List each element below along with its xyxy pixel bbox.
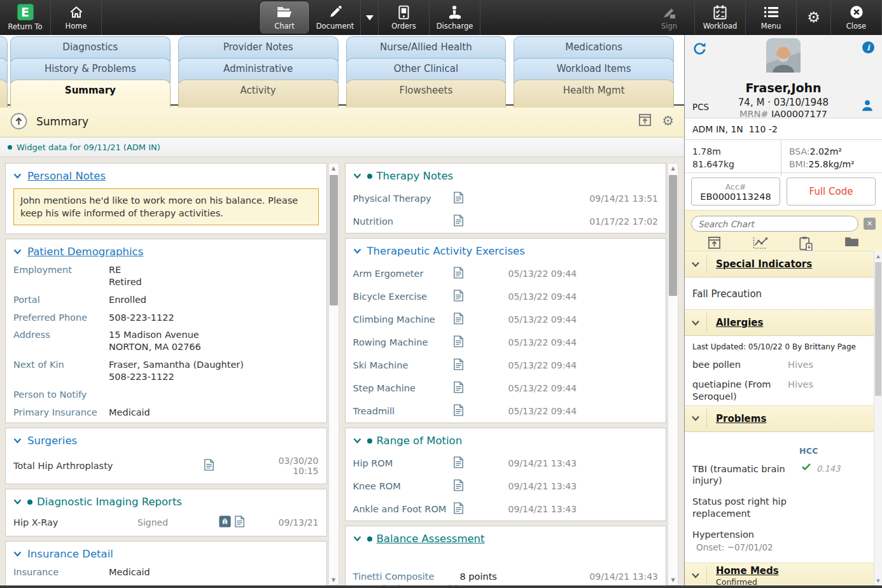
report-icon[interactable] <box>454 290 508 304</box>
bsa-label: BSA: <box>789 146 810 157</box>
care-team-person-icon[interactable] <box>860 99 874 115</box>
scrollbar-thumb[interactable] <box>669 175 677 296</box>
scroll-up-arrow-icon[interactable]: ▲ <box>874 252 882 261</box>
report-icon[interactable] <box>235 515 244 529</box>
exercise-row[interactable]: Step Machine 05/13/22 09:44 <box>346 377 666 400</box>
report-icon[interactable] <box>454 479 508 493</box>
search-chart-input[interactable] <box>691 216 858 232</box>
clear-search-icon[interactable]: ✕ <box>864 218 876 230</box>
patient-photo[interactable] <box>766 38 801 75</box>
report-icon[interactable] <box>454 214 508 228</box>
report-icon[interactable] <box>454 381 508 395</box>
diagnostic-imaging-header[interactable]: Diagnostic Imaging Reports <box>6 489 326 513</box>
report-icon[interactable] <box>454 404 508 418</box>
admission-status[interactable]: ADM IN, 1N 110 -2 <box>685 118 882 140</box>
tab-flowsheets[interactable]: Flowsheets <box>346 80 507 108</box>
allergy-row[interactable]: bee pollen Hives <box>685 354 874 374</box>
personal-note-text: John mentions he'd like to work more on … <box>13 188 319 225</box>
home-button[interactable]: Home <box>51 0 102 35</box>
exercise-row[interactable]: Ski Machine 05/13/22 09:44 <box>346 354 666 377</box>
exercise-row[interactable]: Treadmill 05/13/22 09:44 <box>346 400 666 423</box>
scroll-up-arrow-icon[interactable]: ▲ <box>668 164 678 173</box>
special-indicators-header[interactable]: Special Indicators <box>685 251 874 277</box>
collapse-all-icon[interactable] <box>10 113 27 130</box>
allergies-header[interactable]: Allergies <box>685 309 874 336</box>
home-meds-header[interactable]: Home Meds Confirmed <box>685 563 874 588</box>
discharge-button[interactable]: Discharge <box>430 0 480 35</box>
personal-notes-header[interactable]: Personal Notes <box>6 164 326 187</box>
exercise-row[interactable]: Arm Ergometer 05/13/22 09:44 <box>346 262 666 285</box>
tab-summary[interactable]: Summary <box>10 80 171 108</box>
rom-row[interactable]: Hip ROM 09/14/21 13:43 <box>346 452 666 475</box>
patient-panel: i Fraser,John 74, M · 03/10/1948 MRN# IA… <box>684 35 882 588</box>
special-indicators-content: Fall Precaution <box>685 277 874 309</box>
export-widgets-icon[interactable] <box>638 113 652 129</box>
code-status-box[interactable]: Full Code <box>787 178 876 206</box>
account-number-box[interactable]: Acc# EB0000113248 <box>691 178 780 206</box>
chart-button[interactable]: Chart <box>259 1 310 34</box>
imaging-row[interactable]: Hip X-Ray Signed 09/13/21 <box>6 513 326 536</box>
report-icon[interactable] <box>454 192 508 206</box>
therapy-notes-header[interactable]: Therapy Notes <box>346 164 666 187</box>
summary-settings-gear-icon[interactable]: ⚙ <box>662 115 674 128</box>
rom-row[interactable]: Knee ROM 09/14/21 13:43 <box>346 475 666 498</box>
toolbar-spacer <box>102 0 259 35</box>
patient-header: i Fraser,John 74, M · 03/10/1948 MRN# IA… <box>685 35 882 118</box>
balance-assessment-header[interactable]: Balance Assessment <box>346 526 666 550</box>
report-icon[interactable] <box>454 267 508 281</box>
problems-header[interactable]: Problems <box>685 405 874 432</box>
report-icon[interactable] <box>454 456 508 470</box>
insurance-detail-header[interactable]: Insurance Detail <box>6 542 326 565</box>
document-button[interactable]: Document <box>310 0 361 35</box>
rom-row[interactable]: Ankle and Foot ROM 09/14/21 13:43 <box>346 498 666 521</box>
menu-button[interactable]: Menu <box>746 0 797 35</box>
scrollbar-thumb[interactable] <box>330 175 338 305</box>
report-icon[interactable] <box>454 358 508 372</box>
close-button[interactable]: Close <box>831 0 882 35</box>
left-column-scrollbar[interactable]: ▲ ▼ <box>328 163 339 585</box>
problem-row[interactable]: Hypertension <box>692 529 866 541</box>
info-icon[interactable]: i <box>862 41 874 53</box>
patient-panel-scrollbar[interactable]: ▲ ▼ <box>874 251 882 588</box>
scroll-up-arrow-icon[interactable]: ▲ <box>329 164 339 173</box>
tab-partial-edge[interactable] <box>0 80 8 108</box>
exercise-row[interactable]: Climbing Machine 05/13/22 09:44 <box>346 308 666 331</box>
scroll-down-arrow-icon[interactable]: ▼ <box>329 575 339 585</box>
report-icon[interactable] <box>454 312 508 326</box>
middle-column-scrollbar[interactable]: ▲ ▼ <box>668 163 678 585</box>
field-value: Medicaid <box>109 566 319 578</box>
report-icon[interactable] <box>454 335 508 349</box>
scrollbar-thumb[interactable] <box>875 262 881 396</box>
settings-button[interactable]: ⚙ <box>797 0 831 35</box>
workload-button[interactable]: Workload <box>695 0 746 35</box>
imaging-name: Hip X-Ray <box>13 517 137 528</box>
report-icon[interactable] <box>204 459 249 473</box>
scroll-down-arrow-icon[interactable]: ▼ <box>874 577 882 585</box>
report-icon[interactable] <box>454 502 508 516</box>
hcc-column-header: HCC <box>799 446 866 456</box>
insurance-detail-widget: Insurance Detail Insurance Medicaid Subs… <box>5 541 327 585</box>
surgeries-header[interactable]: Surgeries <box>6 428 326 452</box>
range-of-motion-header[interactable]: Range of Motion <box>346 428 666 452</box>
exercise-row[interactable]: Rowing Machine 05/13/22 09:44 <box>346 331 666 354</box>
problem-row[interactable]: Status post right hip replacement <box>692 496 866 520</box>
document-dropdown-button[interactable] <box>361 0 379 35</box>
patient-demographics-header[interactable]: Patient Demographics <box>6 239 326 263</box>
tab-health-mgmt[interactable]: Health Mgmt <box>514 80 674 108</box>
scroll-down-arrow-icon[interactable]: ▼ <box>668 575 678 585</box>
document-label: Document <box>316 22 354 31</box>
surgery-row[interactable]: Total Hip Arthroplasty 03/30/2010:15 <box>6 452 326 484</box>
refresh-icon[interactable] <box>692 41 707 59</box>
therapy-note-row[interactable]: Physical Therapy 09/14/21 13:51 <box>346 187 666 210</box>
problem-row[interactable]: TBI (traumatic brain injury) 0.143 <box>692 463 866 487</box>
allergy-row[interactable]: quetiapine (From Seroquel) Hives <box>685 374 874 405</box>
therapy-note-row[interactable]: Nutrition 01/17/22 17:02 <box>346 210 666 233</box>
tab-activity[interactable]: Activity <box>178 80 339 108</box>
xray-image-icon[interactable] <box>219 515 231 529</box>
return-to-button[interactable]: E Return To <box>0 0 51 35</box>
orders-button[interactable]: Orders <box>379 0 430 35</box>
window-bottom-edge <box>0 585 882 588</box>
therapeutic-activity-header[interactable]: Therapeutic Activity Exercises <box>346 239 666 262</box>
hcc-value-cell: 0.143 <box>802 463 866 487</box>
exercise-row[interactable]: Bicycle Exercise 05/13/22 09:44 <box>346 285 666 308</box>
